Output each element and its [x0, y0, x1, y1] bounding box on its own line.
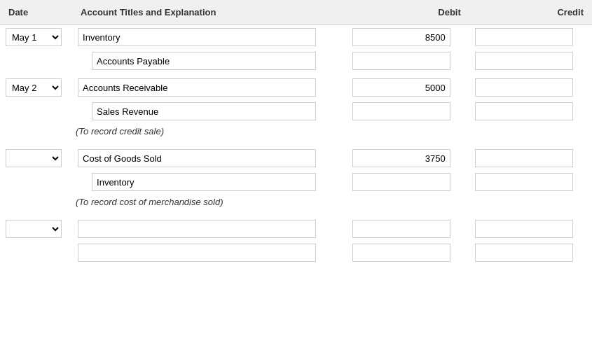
empty-entry-row-2 — [0, 241, 592, 265]
date-select[interactable]: May 1May 2May 3 — [6, 28, 62, 46]
empty-debit-input-2[interactable] — [352, 244, 450, 262]
note-row: (To record credit sale) — [0, 123, 592, 144]
journal-table: Date Account Titles and Explanation Debi… — [0, 0, 592, 265]
credit-input[interactable] — [475, 102, 573, 120]
credit-input[interactable] — [475, 28, 573, 46]
credit-input[interactable] — [475, 52, 573, 70]
account-input[interactable] — [92, 52, 316, 70]
debit-input[interactable] — [352, 52, 450, 70]
date-select[interactable]: May 1May 2May 3 — [6, 78, 62, 97]
note-text: (To record cost of merchandise sold) — [0, 194, 592, 214]
account-cell — [72, 49, 347, 73]
credit-cell — [469, 146, 592, 170]
empty-credit-input-2[interactable] — [475, 244, 573, 262]
empty-date-select[interactable] — [6, 220, 62, 238]
date-cell: May 1May 2May 3 — [0, 25, 72, 50]
entry-row — [0, 146, 592, 170]
date-cell — [0, 49, 72, 73]
account-input[interactable] — [78, 149, 316, 167]
note-row: (To record cost of merchandise sold) — [0, 194, 592, 214]
date-cell — [0, 146, 72, 170]
date-header: Date — [0, 0, 72, 25]
debit-cell — [347, 146, 469, 170]
account-cell — [72, 146, 347, 170]
entry-row: May 1May 2May 3 — [0, 76, 592, 99]
credit-cell — [469, 25, 592, 50]
account-cell — [72, 76, 347, 99]
account-input[interactable] — [78, 28, 316, 46]
debit-cell — [347, 49, 469, 73]
debit-cell — [347, 25, 469, 50]
debit-input[interactable] — [352, 149, 450, 167]
account-header: Account Titles and Explanation — [72, 0, 347, 25]
debit-header: Debit — [347, 0, 469, 25]
empty-account-input-2[interactable] — [78, 244, 316, 262]
credit-input[interactable] — [475, 173, 573, 191]
debit-input[interactable] — [352, 28, 450, 46]
debit-cell — [347, 99, 469, 123]
date-cell — [0, 170, 72, 194]
debit-input[interactable] — [352, 173, 450, 191]
empty-account-input[interactable] — [78, 220, 316, 238]
empty-credit-input[interactable] — [475, 220, 573, 238]
account-cell — [72, 99, 347, 123]
debit-input[interactable] — [352, 102, 450, 120]
debit-input[interactable] — [352, 78, 450, 97]
empty-entry-row — [0, 217, 592, 241]
entry-row: May 1May 2May 3 — [0, 25, 592, 50]
credit-cell — [469, 76, 592, 99]
entry-row — [0, 99, 592, 123]
credit-input[interactable] — [475, 149, 573, 167]
note-text: (To record credit sale) — [0, 123, 592, 144]
credit-header: Credit — [469, 0, 592, 25]
account-input[interactable] — [92, 102, 316, 120]
entry-row — [0, 170, 592, 194]
credit-cell — [469, 170, 592, 194]
date-select[interactable] — [6, 149, 62, 167]
debit-cell — [347, 76, 469, 99]
credit-cell — [469, 99, 592, 123]
credit-cell — [469, 49, 592, 73]
date-cell — [0, 99, 72, 123]
account-input[interactable] — [92, 173, 316, 191]
entry-row — [0, 49, 592, 73]
empty-debit-input[interactable] — [352, 220, 450, 238]
account-input[interactable] — [78, 78, 316, 97]
debit-cell — [347, 170, 469, 194]
date-cell: May 1May 2May 3 — [0, 76, 72, 99]
credit-input[interactable] — [475, 78, 573, 97]
account-cell — [72, 25, 347, 50]
account-cell — [72, 170, 347, 194]
